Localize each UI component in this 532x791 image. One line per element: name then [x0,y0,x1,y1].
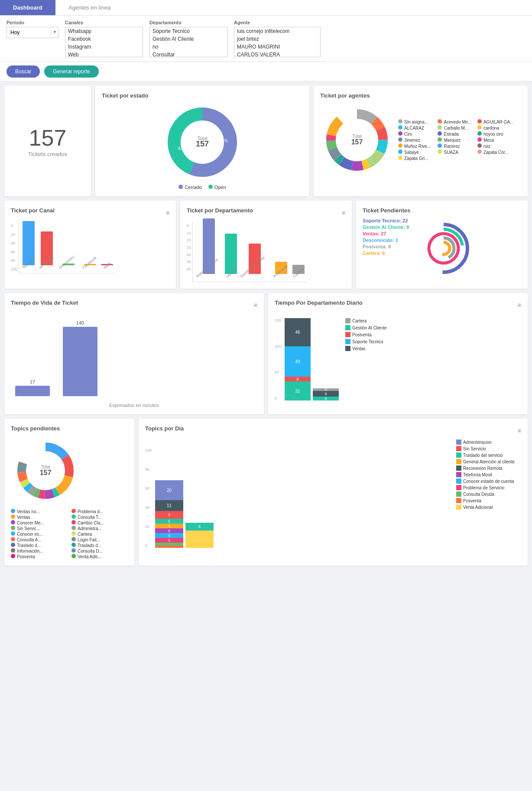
depto-gestion[interactable]: Gestión Al Cliente [150,35,227,43]
tiempo-depto-chart: 050100150 46 49 8 31 4 9 6 [275,314,339,400]
legend-alcaraz: ALCARAZ [398,125,434,130]
leg-soporte-tecnico: Soporte Tecnico [345,339,387,344]
row-2: Ticket por Canal ≡ 100806040200 Teléfono… [4,201,528,289]
agentes-legend: Sin asigna... Acevedo Mo... AGUILAR GA..… [398,119,513,161]
bar-postventa-depto: Postventa [272,262,290,280]
row-3: Tiempo de Vida de Ticket ≡ 17 140 Expres… [4,293,528,414]
pendientes-radial-svg [413,218,474,279]
row-1: 157 Tickets creados Ticket por estado To… [4,86,528,196]
bar-facebook: Facebook [81,264,99,271]
canal-facebook[interactable]: Facebook [65,35,143,43]
header-tabs: Dashboard Agentes en línea [0,0,532,16]
depto-consultar[interactable]: Consultar [150,51,227,57]
periodo-select[interactable]: Hoy [6,27,58,38]
pendientes-content: Soporte Tecnico: 22 Gestión Al Cliente: … [363,218,521,279]
buscar-button[interactable]: Buscar [6,65,40,78]
row-4: Topics pendientes Total 157 [4,419,528,566]
filter-periodo: Período Hoy [6,20,58,38]
pendientes-title: Ticket Pendientes [363,207,521,214]
seg-traslado-lunes: 5 [155,519,183,524]
tp-leg-traslado2: Traslado d... [71,543,128,548]
pend-gestion: Gestión Al Cliente: 9 [363,225,409,230]
seg-estado-cta-lunes: 5 [155,533,183,538]
depto-soporte[interactable]: Soporte Tecnico [150,27,227,35]
estado-donut-svg: Total 157 43.9% 56.1% [163,103,241,181]
pend-postventa: Postventa: 8 [363,244,409,249]
tdia-leg-posventa: Posventa [456,498,521,503]
tickets-label: Tickets creados [28,151,68,157]
vida-bar-2: 140 [63,318,97,396]
tiempo-depto-menu-icon[interactable]: ≡ [518,302,521,309]
tdia-leg-conocer-estado: Conocer estado de cuenta [456,479,521,484]
card-topics-pendientes: Topics pendientes Total 157 [4,419,134,566]
canal-web[interactable]: Web [65,51,143,57]
topics-pend-content: Total 157 Ventas no... Problema d... Ven… [11,436,128,559]
canal-instagram[interactable]: Instagram [65,43,143,51]
seg-gestion-ayer: 6 [313,397,339,400]
seg-venta-adic-martes [185,531,214,548]
bar-gestion-depto: Gestión Al Cliente [239,244,270,280]
tdia-leg-tel-movil: Telefonía Movil [456,472,521,477]
svg-text:56.1%: 56.1% [216,138,228,143]
agente-list[interactable]: luis cornejo infitelecom joel britez MAU… [234,27,321,57]
legend-zapata-gri: Zapata Gri... [398,156,434,161]
tp-leg-cartera: Cartera [71,531,128,537]
leg-gestion-al-cliente: Gestión Al Cliente [345,325,387,330]
legend-acevedo: Acevedo Mo... [438,119,474,124]
vida-menu-icon[interactable]: ≡ [254,302,257,309]
topics-dia-chart: 020406080100 20 11 8 5 5 5 5 5 [145,439,452,548]
canal-whatsapp[interactable]: Whatsapp [65,27,143,35]
legend-open: Open [208,185,226,190]
bar-web: Web [101,264,113,271]
tp-leg-posventa: Posventa [11,554,67,559]
card-tiempo-departamento: Tiempo Por Departamento Diario ≡ 0501001… [268,293,528,414]
bar-ventas-depto: Ventas [225,234,237,280]
generar-reporte-button[interactable]: Generar reporte [44,65,98,78]
departamento-list[interactable]: Soporte Tecnico Gestión Al Cliente no Co… [149,27,227,57]
leg-postventa: Postventa [345,332,387,337]
canal-chart: 100806040200 Teléfono Whatsapp Desconoci… [11,221,169,273]
pend-cartera: Cartera: 6 [363,251,409,256]
tab-dashboard[interactable]: Dashboard [0,0,55,15]
agente-carlos[interactable]: CARLOS VALERA [234,51,320,57]
leg-cartera: Cartera [345,318,387,323]
tiempo-depto-title: Tiempo Por Departamento Diario [275,299,363,306]
estado-donut: Total 157 43.9% 56.1% Cerrado Open [102,103,303,190]
tp-leg-administra: Administra... [71,526,128,531]
agente-mauro[interactable]: MAURO MAGRINI [234,43,320,51]
tab-agentes[interactable]: Agentes en línea [55,0,124,15]
dashboard-content: 157 Tickets creados Ticket por estado To… [0,81,532,574]
seg-general-lunes: 5 [155,524,183,528]
tp-leg-traslado1: Traslado d... [11,543,67,548]
seg-sin-serv-lunes: 8 [155,511,183,519]
tdia-leg-traslado: Traslado del servicio [456,452,521,458]
depto-menu-icon[interactable]: ≡ [342,209,345,216]
seg-posventa-lunes [155,546,183,548]
legend-aguilar: AGUILAR GA... [477,119,513,124]
legend-marquez: Marquez [438,137,474,143]
pendientes-labels: Soporte Tecnico: 22 Gestión Al Cliente: … [363,218,409,279]
depto-no[interactable]: no [150,43,227,51]
pend-soporte: Soporte Tecnico: 22 [363,218,409,223]
tp-leg-problema: Problema d... [71,509,128,514]
tdia-leg-problema: Problema de Servicio [456,485,521,490]
departamento-label: Departamento [149,20,227,25]
canales-list[interactable]: Whatsapp Facebook Instagram Web Teléfono [65,27,143,57]
depto-chart: 6050403020100 Soporte Tecnico Ventas Ges… [187,221,345,282]
seg-tel-movil-lunes: 5 [155,528,183,533]
vida-bar-1: 17 [15,318,50,396]
seg-admin-lunes: 20 [155,480,183,500]
legend-estrada: Estrada [438,131,474,137]
svg-text:157: 157 [351,138,363,146]
tdia-leg-admin: Administracion [456,439,521,445]
filters-bar: Período Hoy Canales Whatsapp Facebook In… [0,16,532,62]
legend-ruiz: ruiz [477,143,513,149]
card-tiempo-vida: Tiempo de Vida de Ticket ≡ 17 140 Expres… [4,293,264,414]
canal-menu-icon[interactable]: ≡ [166,209,169,216]
agente-joel[interactable]: joel britez [234,35,320,43]
topics-dia-menu-icon[interactable]: ≡ [518,427,521,434]
agente-luis[interactable]: luis cornejo infitelecom [234,27,320,35]
filter-departamento: Departamento Soporte Tecnico Gestión Al … [149,20,227,57]
depto-title: Ticket por Departamento [187,207,253,214]
topics-dia-legend: Administracion Sin Servicio Traslado del… [456,439,521,548]
